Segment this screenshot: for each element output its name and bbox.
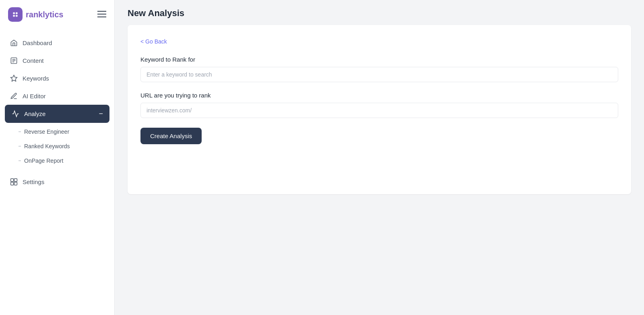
pencil-icon [10,92,18,100]
minus-icon: − [99,110,103,118]
svg-rect-15 [14,182,17,185]
page-header: New Analysis [115,0,644,25]
svg-point-3 [16,15,18,17]
sidebar-item-ranked-keywords-label: Ranked Keywords [24,143,70,149]
sidebar-item-ai-editor[interactable]: AI Editor [0,87,114,105]
sidebar-item-keywords[interactable]: Keywords [0,69,114,87]
page-title: New Analysis [128,8,631,19]
sidebar-item-keywords-label: Keywords [23,75,49,82]
svg-rect-14 [10,182,13,185]
svg-rect-12 [10,178,13,181]
svg-point-0 [13,12,15,14]
url-form-group: URL are you trying to rank [140,92,618,118]
home-icon [10,39,18,47]
sidebar-item-dashboard-label: Dashboard [23,39,52,46]
sidebar-item-ai-editor-label: AI Editor [23,93,46,99]
keyword-label: Keyword to Rank for [140,56,618,63]
sidebar-item-dashboard[interactable]: Dashboard [0,34,114,52]
brand-name: ranklytics [26,10,63,19]
url-label: URL are you trying to rank [140,92,618,99]
sub-nav: Reverse Engineer Ranked Keywords OnPage … [0,123,114,170]
main-content: New Analysis < Go Back Keyword to Rank f… [115,0,644,315]
sidebar-item-onpage-report-label: OnPage Report [24,158,63,164]
sidebar-item-ranked-keywords[interactable]: Ranked Keywords [0,139,114,153]
new-analysis-card: < Go Back Keyword to Rank for URL are yo… [128,25,631,194]
settings-icon [10,178,18,186]
hamburger-icon[interactable] [97,10,106,19]
sidebar-nav: Dashboard Content Keywords [0,29,114,315]
sidebar-item-settings-label: Settings [23,178,44,185]
logo-area: ranklytics [8,7,63,22]
star-icon [10,74,18,82]
sidebar-item-content[interactable]: Content [0,52,114,69]
svg-point-1 [16,12,18,14]
sidebar-item-settings[interactable]: Settings [0,173,114,191]
content-icon [10,56,18,64]
analyze-icon [11,110,19,118]
sidebar-item-reverse-engineer[interactable]: Reverse Engineer [0,124,114,139]
sidebar-item-analyze[interactable]: Analyze − [5,105,109,123]
keyword-input[interactable] [140,67,618,82]
sidebar-header: ranklytics [0,0,114,29]
sidebar-item-analyze-label: Analyze [24,110,45,117]
create-analysis-button[interactable]: Create Analysis [140,128,202,144]
sidebar: ranklytics Dashboard [0,0,115,315]
url-input[interactable] [140,103,618,118]
go-back-link[interactable]: < Go Back [140,38,167,45]
sidebar-item-onpage-report[interactable]: OnPage Report [0,153,114,168]
sidebar-item-content-label: Content [23,57,44,64]
svg-marker-11 [10,75,17,81]
logo-icon [8,7,23,22]
svg-point-2 [13,15,15,17]
content-area: < Go Back Keyword to Rank for URL are yo… [115,25,644,207]
keyword-form-group: Keyword to Rank for [140,56,618,82]
sidebar-item-reverse-engineer-label: Reverse Engineer [24,128,69,135]
svg-rect-13 [14,178,17,181]
